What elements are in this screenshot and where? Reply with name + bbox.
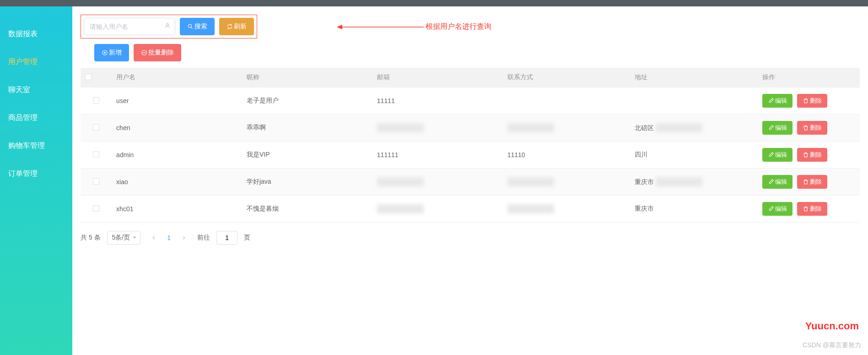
svg-point-1 [188, 24, 191, 27]
cell-email: 111111 [372, 142, 503, 169]
cell-contact: hidden [503, 196, 631, 223]
cell-address: 北碚区 hidden [630, 115, 758, 142]
cell-address [630, 87, 758, 115]
sidebar-item-user-management[interactable]: 用户管理 [0, 48, 72, 76]
th-nickname: 昵称 [242, 68, 372, 87]
search-box-highlight: 搜索 刷新 [81, 15, 257, 38]
edit-button[interactable]: 编辑 [762, 202, 793, 216]
edit-button[interactable]: 编辑 [762, 148, 793, 162]
main-content: 搜索 刷新 根据用户名进行查询 新增 [72, 6, 868, 355]
delete-button[interactable]: 删除 [797, 175, 827, 189]
sidebar-item-chatroom[interactable]: 聊天室 [0, 76, 72, 104]
page-size-select[interactable]: 5条/页 [107, 231, 141, 245]
user-icon [164, 22, 171, 31]
edit-icon [768, 98, 774, 104]
table-row: chen乖乖啊hiddenhidden北碚区 hidden编辑删除 [81, 115, 860, 142]
cell-email: 11111 [372, 87, 503, 115]
batch-delete-button[interactable]: 批量删除 [134, 44, 181, 61]
goto-suffix: 页 [244, 234, 250, 242]
edit-icon [768, 179, 774, 185]
cell-contact [503, 87, 631, 115]
th-ops: 操作 [758, 68, 860, 87]
trash-icon [803, 125, 809, 131]
checkbox-all[interactable] [85, 74, 92, 80]
sidebar-item-order[interactable]: 订单管理 [0, 160, 72, 188]
next-page-button[interactable] [177, 231, 191, 245]
username-search-input[interactable] [84, 18, 175, 35]
search-button-label: 搜索 [194, 22, 207, 31]
plus-icon [102, 49, 108, 56]
edit-button[interactable]: 编辑 [762, 94, 793, 108]
cell-nickname: 学好java [242, 169, 372, 196]
th-email: 邮箱 [372, 68, 503, 87]
goto-page-input[interactable] [216, 231, 237, 245]
th-username: 用户名 [112, 68, 242, 87]
table-row: xiao学好javahiddenhidden重庆市 hidden编辑删除 [81, 169, 860, 196]
delete-button[interactable]: 删除 [797, 202, 827, 216]
cell-username: xhc01 [112, 196, 242, 223]
cell-username: admin [112, 142, 242, 169]
checkbox-row[interactable] [93, 97, 99, 104]
sidebar-item-product[interactable]: 商品管理 [0, 104, 72, 132]
th-contact: 联系方式 [503, 68, 631, 87]
trash-icon [803, 98, 809, 104]
cell-nickname: 乖乖啊 [242, 115, 372, 142]
refresh-button-label: 刷新 [234, 22, 247, 31]
annotation-text: 根据用户名进行查询 [426, 22, 491, 32]
checkbox-row[interactable] [93, 124, 99, 131]
checkbox-row[interactable] [93, 178, 99, 185]
refresh-icon [226, 23, 233, 30]
cell-nickname: 不愧是暮烟 [242, 196, 372, 223]
trash-icon [803, 206, 809, 212]
annotation-arrow: 根据用户名进行查询 [337, 22, 491, 32]
table-row: xhc01不愧是暮烟hiddenhidden重庆市编辑删除 [81, 196, 860, 223]
cell-email: hidden [372, 169, 503, 196]
batch-delete-button-label: 批量删除 [148, 49, 174, 57]
cell-nickname: 我是VIP [242, 142, 372, 169]
edit-button[interactable]: 编辑 [762, 175, 793, 189]
goto-prefix: 前往 [197, 234, 210, 242]
delete-button[interactable]: 删除 [797, 94, 827, 108]
cell-address: 重庆市 hidden [630, 169, 758, 196]
chevron-right-icon [181, 235, 187, 241]
cell-nickname: 老子是用户 [242, 87, 372, 115]
th-address: 地址 [630, 68, 758, 87]
delete-button[interactable]: 删除 [797, 148, 827, 162]
checkbox-row[interactable] [93, 205, 99, 212]
sidebar-item-data-report[interactable]: 数据报表 [0, 20, 72, 48]
cell-email: hidden [372, 115, 503, 142]
edit-button[interactable]: 编辑 [762, 121, 793, 135]
trash-icon [803, 179, 809, 185]
table-row: admin我是VIP11111111110四川编辑删除 [81, 142, 860, 169]
cell-username: xiao [112, 169, 242, 196]
trash-icon [803, 152, 809, 158]
delete-button[interactable]: 删除 [797, 121, 827, 135]
search-button[interactable]: 搜索 [180, 18, 215, 35]
page-number-current[interactable]: 1 [167, 234, 171, 241]
svg-point-0 [167, 23, 169, 26]
sidebar-item-cart[interactable]: 购物车管理 [0, 132, 72, 160]
cell-contact: hidden [503, 115, 631, 142]
cell-email: hidden [372, 196, 503, 223]
add-button[interactable]: 新增 [94, 44, 129, 61]
watermark-yuucn: Yuucn.com [805, 320, 859, 332]
prev-page-button[interactable] [147, 231, 161, 245]
cell-address: 重庆市 [630, 196, 758, 223]
edit-icon [768, 152, 774, 158]
minus-icon [141, 49, 147, 56]
arrow-icon [337, 24, 424, 30]
refresh-button[interactable]: 刷新 [219, 18, 254, 35]
svg-line-2 [191, 27, 193, 29]
edit-icon [768, 206, 774, 212]
svg-marker-4 [337, 25, 342, 29]
cell-contact: 11110 [503, 142, 631, 169]
edit-icon [768, 125, 774, 131]
topbar [0, 0, 868, 6]
chevron-left-icon [151, 235, 157, 241]
table-row: user老子是用户11111编辑删除 [81, 87, 860, 115]
cell-username: user [112, 87, 242, 115]
cell-username: chen [112, 115, 242, 142]
add-button-label: 新增 [109, 49, 122, 57]
checkbox-row[interactable] [93, 151, 99, 158]
cell-address: 四川 [630, 142, 758, 169]
